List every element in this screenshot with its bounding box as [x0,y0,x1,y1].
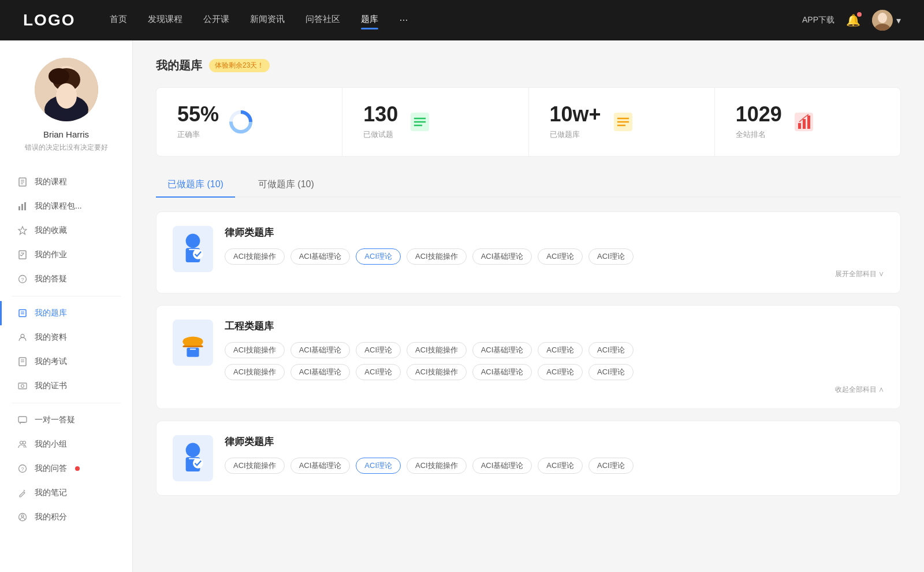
tag-eng-1-4[interactable]: ACI技能操作 [407,342,467,358]
tag-lawyer2-4[interactable]: ACI技能操作 [407,458,467,474]
chat-icon [17,415,28,425]
engineer-bank-icon [173,320,213,366]
stat-accuracy-label: 正确率 [177,129,219,140]
tag-lawyer1-6[interactable]: ACI理论 [538,248,583,265]
svg-point-62 [186,443,200,458]
sidebar-item-group-label: 我的小组 [35,439,67,450]
tab-available-banks[interactable]: 可做题库 (10) [247,173,326,196]
sidebar-item-exam[interactable]: 我的考试 [0,350,132,374]
tag-lawyer2-6[interactable]: ACI理论 [538,458,583,474]
svg-rect-21 [19,310,26,317]
donut-chart-icon [228,109,254,135]
exam-icon [17,356,28,367]
sidebar-item-favorites[interactable]: 我的收藏 [0,218,132,243]
sidebar-item-notes[interactable]: 我的笔记 [0,481,132,505]
tabs-row: 已做题库 (10) 可做题库 (10) [156,173,901,198]
sidebar-item-homework[interactable]: 我的作业 [0,243,132,267]
sidebar-item-certificate[interactable]: 我的证书 [0,374,132,398]
tag-eng-2-2[interactable]: ACI基础理论 [290,364,351,380]
tag-eng-2-5[interactable]: ACI基础理论 [472,364,532,380]
bank-name-engineer: 工程类题库 [225,320,884,333]
tag-lawyer2-5[interactable]: ACI基础理论 [472,458,532,474]
nav-open-course[interactable]: 公开课 [203,14,229,27]
tag-eng-1-6[interactable]: ACI理论 [538,342,583,358]
stat-rank-value: 1029 [736,104,782,125]
sidebar-item-bank[interactable]: 我的题库 [0,301,132,325]
tag-eng-1-5[interactable]: ACI基础理论 [472,342,532,358]
sidebar-item-course-pack[interactable]: 我的课程包... [0,194,132,218]
nav-avatar[interactable] [872,10,893,31]
tag-lawyer1-2[interactable]: ACI基础理论 [290,248,351,265]
homework-icon [17,250,28,260]
sidebar-menu: 我的课程 我的课程包... 我的收藏 我的作业 [0,170,132,529]
tag-lawyer2-2[interactable]: ACI基础理论 [290,458,351,474]
tag-eng-2-7[interactable]: ACI理论 [588,364,634,380]
sidebar-item-course-pack-label: 我的课程包... [35,201,82,211]
nav-chevron-down-icon[interactable]: ▾ [896,15,901,26]
sidebar-item-tutor[interactable]: 一对一答疑 [0,408,132,432]
points-icon [17,512,28,522]
sidebar-item-bank-label: 我的题库 [35,308,67,318]
tag-eng-1-3[interactable]: ACI理论 [356,342,401,358]
sidebar-item-exam-label: 我的考试 [35,356,67,367]
list-orange-icon [610,109,636,135]
stat-accuracy: 55% 正确率 [157,88,342,156]
tag-eng-2-6[interactable]: ACI理论 [538,364,583,380]
sidebar-item-notes-label: 我的笔记 [35,488,67,498]
stat-done-questions-value: 130 [363,104,398,125]
tag-lawyer1-4[interactable]: ACI技能操作 [407,248,467,265]
sidebar-item-group[interactable]: 我的小组 [0,432,132,456]
tag-eng-1-1[interactable]: ACI技能操作 [225,342,285,358]
certificate-icon [17,381,28,391]
tag-eng-1-2[interactable]: ACI基础理论 [290,342,351,358]
sidebar-item-points[interactable]: 我的积分 [0,505,132,529]
svg-rect-51 [807,116,810,129]
qa-notification-dot [75,466,80,471]
tag-eng-1-7[interactable]: ACI理论 [588,342,634,358]
nav-bank[interactable]: 题库 [361,14,378,27]
bank-tags-engineer-row1: ACI技能操作 ACI基础理论 ACI理论 ACI技能操作 ACI基础理论 AC… [225,342,884,358]
tab-done-banks[interactable]: 已做题库 (10) [156,173,235,196]
sidebar-item-profile[interactable]: 我的资料 [0,325,132,350]
nav-app-download[interactable]: APP下载 [802,15,834,25]
tag-eng-2-3[interactable]: ACI理论 [356,364,401,380]
notes-icon [17,488,28,498]
tag-lawyer1-3[interactable]: ACI理论 [356,248,401,265]
tag-lawyer1-7[interactable]: ACI理论 [588,248,634,265]
svg-point-1 [878,13,887,23]
nav-more[interactable]: ··· [399,14,408,27]
sidebar-item-certificate-label: 我的证书 [35,381,67,391]
nav-bell-icon[interactable]: 🔔 [846,13,860,27]
stat-done-questions-label: 已做试题 [363,129,398,140]
nav-links: 首页 发现课程 公开课 新闻资讯 问答社区 题库 ··· [110,14,802,27]
tag-eng-2-4[interactable]: ACI技能操作 [407,364,467,380]
tag-lawyer1-5[interactable]: ACI基础理论 [472,248,532,265]
tag-eng-2-1[interactable]: ACI技能操作 [225,364,285,380]
sidebar-item-my-qa-label: 我的问答 [35,463,67,474]
expand-lawyer-1-button[interactable]: 展开全部科目 ∨ [225,269,884,279]
bank-card-engineer: 工程类题库 ACI技能操作 ACI基础理论 ACI理论 ACI技能操作 ACI基… [156,305,901,409]
stat-accuracy-value: 55% [177,104,219,125]
tag-lawyer2-1[interactable]: ACI技能操作 [225,458,285,474]
svg-point-36 [21,515,24,517]
collapse-engineer-button[interactable]: 收起全部科目 ∧ [225,385,884,395]
svg-text:?: ? [21,466,24,472]
svg-point-31 [20,441,23,444]
nav-home[interactable]: 首页 [110,14,127,27]
bank-tags-lawyer-2: ACI技能操作 ACI基础理论 ACI理论 ACI技能操作 ACI基础理论 AC… [225,458,884,474]
sidebar-item-question[interactable]: ? 我的答疑 [0,267,132,291]
tag-lawyer1-1[interactable]: ACI技能操作 [225,248,285,265]
sidebar-item-my-course[interactable]: 我的课程 [0,170,132,194]
nav-discover[interactable]: 发现课程 [148,14,182,27]
main-content: 我的题库 体验剩余23天！ 55% 正确率 [133,40,924,572]
list-green-icon [407,109,433,135]
tag-lawyer2-7[interactable]: ACI理论 [588,458,634,474]
nav-news[interactable]: 新闻资讯 [250,14,285,27]
svg-text:?: ? [21,277,24,283]
nav-qa[interactable]: 问答社区 [305,14,340,27]
sidebar-item-my-course-label: 我的课程 [35,177,67,187]
nav-user-area[interactable]: ▾ [872,10,901,31]
tag-lawyer2-3[interactable]: ACI理论 [356,458,401,474]
sidebar-item-my-qa[interactable]: ? 我的问答 [0,456,132,481]
stat-done-banks-value: 10w+ [550,104,601,125]
